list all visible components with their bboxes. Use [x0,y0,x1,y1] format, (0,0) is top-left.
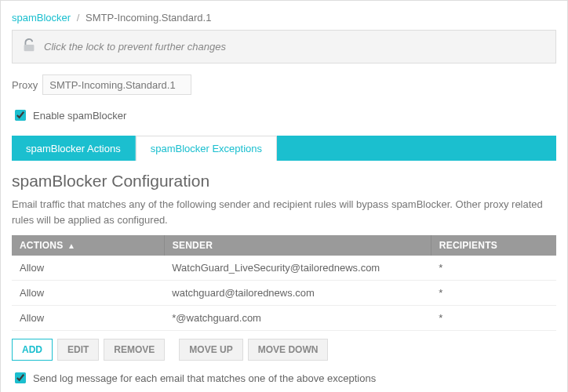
cell-sender: watchguard@tailorednews.com [164,281,431,306]
lock-bar: Click the lock to prevent further change… [12,30,556,64]
cell-recipients: * [431,281,556,306]
cell-action: Allow [12,306,164,331]
cell-sender: WatchGuard_LiveSecurity@tailorednews.com [164,256,431,281]
remove-button[interactable]: REMOVE [104,339,165,361]
exceptions-table: ACTIONS ▲ SENDER RECIPIENTS Allow WatchG… [12,235,556,331]
table-toolbar: ADD EDIT REMOVE MOVE UP MOVE DOWN [12,339,556,361]
tabs: spamBlocker Actions spamBlocker Exceptio… [12,136,556,161]
cell-action: Allow [12,281,164,306]
move-down-button[interactable]: MOVE DOWN [248,339,329,361]
proxy-row: Proxy [12,74,556,95]
col-header-recipients[interactable]: RECIPIENTS [431,235,556,256]
table-row[interactable]: Allow WatchGuard_LiveSecurity@tailoredne… [12,256,556,281]
proxy-input[interactable] [42,74,191,95]
page-container: spamBlocker / SMTP-Incoming.Standard.1 C… [0,0,568,392]
col-header-sender[interactable]: SENDER [164,235,431,256]
enable-spamblocker-checkbox[interactable] [15,110,26,121]
edit-button[interactable]: EDIT [57,339,99,361]
svg-rect-0 [24,45,35,51]
breadcrumb-separator: / [77,12,80,24]
enable-spamblocker-row[interactable]: Enable spamBlocker [12,107,556,123]
tab-spamblocker-exceptions[interactable]: spamBlocker Exceptions [136,136,277,161]
enable-spamblocker-label: Enable spamBlocker [33,110,126,122]
breadcrumb-root-link[interactable]: spamBlocker [12,12,71,24]
cell-sender: *@watchguard.com [164,306,431,331]
add-button[interactable]: ADD [12,339,53,361]
cell-recipients: * [431,256,556,281]
breadcrumb: spamBlocker / SMTP-Incoming.Standard.1 [12,9,556,30]
cell-recipients: * [431,306,556,331]
section-title: spamBlocker Configuration [12,172,556,191]
tab-spamblocker-actions[interactable]: spamBlocker Actions [12,136,136,161]
sort-asc-icon: ▲ [67,241,75,250]
col-header-actions[interactable]: ACTIONS ▲ [12,235,164,256]
move-up-button[interactable]: MOVE UP [179,339,242,361]
proxy-label: Proxy [12,79,38,91]
section-description: Email traffic that matches any of the fo… [12,197,556,227]
unlock-icon[interactable] [20,37,38,56]
table-row[interactable]: Allow watchguard@tailorednews.com * [12,281,556,306]
log-message-checkbox[interactable] [15,372,26,383]
lock-text: Click the lock to prevent further change… [44,41,226,53]
log-message-label: Send log message for each email that mat… [33,372,376,384]
col-header-actions-label: ACTIONS [20,240,63,251]
cell-action: Allow [12,256,164,281]
toolbar-spacer [169,339,174,361]
log-message-row[interactable]: Send log message for each email that mat… [12,370,556,386]
breadcrumb-current: SMTP-Incoming.Standard.1 [86,12,211,24]
table-row[interactable]: Allow *@watchguard.com * [12,306,556,331]
